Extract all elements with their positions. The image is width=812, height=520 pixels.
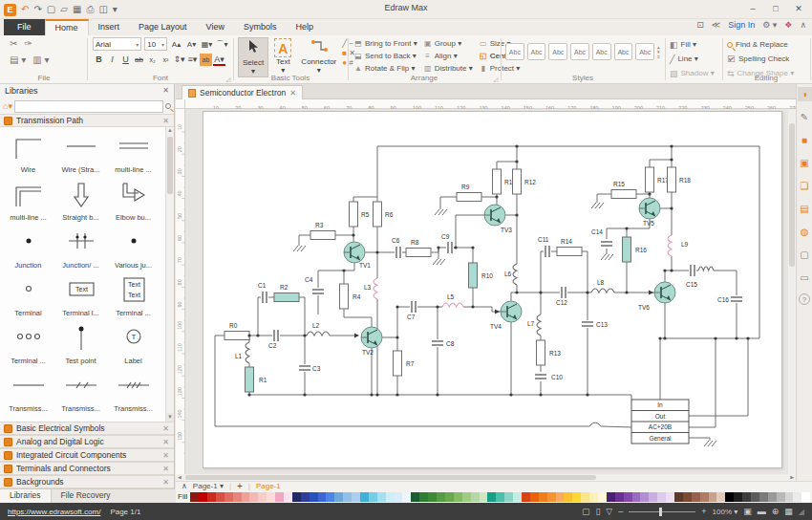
style-swatch[interactable]: Abc	[527, 43, 546, 60]
paste-special-icon[interactable]: ▥ ▾	[32, 54, 49, 66]
color-swatch[interactable]	[581, 492, 589, 502]
style-swatch[interactable]: Abc	[505, 43, 524, 60]
shape-wire-stra[interactable]: Wire (Stra...	[54, 129, 107, 177]
color-swatch[interactable]	[496, 492, 504, 502]
shape-terminal-l[interactable]: TextTerminal l...	[54, 272, 107, 320]
library-section-integrated-circuit-components[interactable]: Integrated Circuit Components✕	[0, 448, 174, 462]
theme-icon[interactable]: ◑	[798, 87, 812, 101]
color-swatch[interactable]	[411, 492, 419, 502]
color-swatch[interactable]	[249, 492, 258, 502]
shape-label[interactable]: TLabel	[107, 320, 160, 368]
color-swatch[interactable]	[326, 492, 334, 502]
titlebar-right-icons[interactable]: ⊡≪Sign In⚙ ▾❖∧	[696, 20, 806, 30]
tab-help[interactable]: Help	[286, 19, 323, 35]
shape-terminal[interactable]: Terminal ...	[2, 320, 54, 368]
color-swatch[interactable]	[318, 492, 327, 502]
color-swatch[interactable]	[607, 492, 615, 502]
tab-symbols[interactable]: Symbols	[234, 19, 287, 35]
panel-tab-file-recovery[interactable]: File Recovery	[52, 489, 120, 503]
color-swatch[interactable]	[292, 492, 301, 502]
shape-transmiss[interactable]: Transmiss...	[107, 368, 160, 416]
font-color-icon[interactable]: A▾	[213, 54, 225, 66]
color-swatch[interactable]	[233, 492, 242, 502]
fill-button[interactable]: ◧Fill ▾	[670, 38, 717, 51]
color-swatch[interactable]	[547, 492, 556, 502]
library-section-header[interactable]: Transmission Path ✕	[0, 114, 174, 127]
zoom-out-icon[interactable]: –	[618, 507, 623, 516]
bullets-icon[interactable]: ≡▾	[186, 54, 199, 66]
drawing-area[interactable]: TV1TV2TV3TV4TV5TV6R5R6R11R12R17R18R4R7R1…	[185, 109, 796, 474]
color-swatch[interactable]	[360, 492, 369, 502]
rotate-flip-button[interactable]: ▲Rotate & Flip ▾	[353, 62, 417, 74]
close-section-icon[interactable]: ✕	[162, 465, 169, 473]
color-swatch[interactable]	[301, 492, 310, 502]
shape-transmiss[interactable]: Transmiss...	[54, 368, 107, 416]
color-swatch[interactable]	[369, 492, 377, 502]
shadow-button[interactable]: ▧Shadow ▾	[670, 67, 717, 79]
zoom-level[interactable]: 100% ▾	[713, 508, 738, 516]
color-swatch[interactable]	[454, 492, 462, 502]
note-icon[interactable]: ▤	[798, 202, 812, 216]
color-swatch[interactable]	[674, 492, 683, 502]
color-swatch[interactable]	[242, 492, 250, 502]
color-swatch[interactable]	[564, 492, 572, 502]
shrink-font-icon[interactable]: A▾	[185, 38, 198, 51]
zoom-slider[interactable]	[629, 511, 695, 512]
font-family-select[interactable]: Arial▾	[93, 37, 141, 51]
format-icon[interactable]: ✎	[798, 110, 812, 124]
pointer-mode-icon[interactable]: ▢	[582, 507, 590, 516]
color-swatch[interactable]	[615, 492, 624, 502]
color-swatch[interactable]	[734, 492, 742, 502]
color-swatch[interactable]	[700, 492, 709, 502]
home-library-icon[interactable]: ⌂▾	[3, 101, 12, 111]
color-swatch[interactable]	[683, 492, 692, 502]
align-button[interactable]: ≡Align ▾	[423, 50, 473, 61]
highlight-icon[interactable]: ab	[200, 54, 212, 66]
shape-straight-b[interactable]: Straight b...	[54, 177, 107, 225]
color-swatch[interactable]	[589, 492, 598, 502]
tab-view[interactable]: View	[197, 19, 234, 35]
select-tool[interactable]: Select ▾	[238, 37, 268, 77]
fit-width-icon[interactable]: ▬	[758, 507, 766, 516]
magnifier-icon[interactable]: ⊕	[772, 507, 780, 516]
color-swatch[interactable]	[352, 492, 360, 502]
color-swatch[interactable]	[657, 492, 666, 502]
close-section-icon[interactable]: ✕	[162, 117, 169, 125]
tab-page-layout[interactable]: Page Layout	[129, 19, 197, 35]
shape-terminal[interactable]: TextTextTerminal ...	[107, 272, 160, 320]
border-icon[interactable]: ▦▾	[201, 38, 213, 51]
arc-text-icon[interactable]: ⌒▾	[216, 38, 228, 51]
color-swatch[interactable]	[751, 492, 759, 502]
subscript-icon[interactable]: x₂	[146, 54, 159, 66]
spelling-check-button[interactable]: 🗹Spelling Check	[727, 53, 805, 65]
color-swatch[interactable]	[224, 492, 233, 502]
color-swatch[interactable]	[530, 492, 539, 502]
close-section-icon[interactable]: ✕	[162, 478, 169, 487]
picture-icon[interactable]: ▣	[798, 156, 812, 170]
menu-tabs[interactable]: FileHomeInsertPage LayoutViewSymbolsHelp	[4, 19, 323, 35]
library-section-terminals-and-connectors[interactable]: Terminals and Connectors✕	[0, 462, 174, 475]
signin-link[interactable]: Sign In	[728, 20, 755, 30]
page[interactable]: TV1TV2TV3TV4TV5TV6R5R6R11R12R17R18R4R7R1…	[203, 111, 782, 468]
horizontal-scrollbar[interactable]: ◀ ▶	[176, 474, 796, 481]
shape-junction[interactable]: Junction	[2, 225, 54, 272]
group-button[interactable]: ▣Group ▾	[423, 37, 473, 49]
color-swatch[interactable]	[258, 492, 267, 502]
hyperlink-icon[interactable]: ◍	[798, 225, 812, 239]
resize-grip[interactable]: ◢	[799, 508, 804, 516]
grow-font-icon[interactable]: A▴	[170, 38, 182, 51]
color-swatch[interactable]	[556, 492, 565, 502]
color-swatch[interactable]	[624, 492, 632, 502]
shape-junction[interactable]: Junction/ ...	[54, 225, 107, 272]
color-swatch[interactable]	[199, 492, 207, 502]
color-swatch[interactable]	[632, 492, 641, 502]
color-swatch[interactable]	[487, 492, 496, 502]
panel-bottom-tabs[interactable]: LibrariesFile Recovery	[0, 488, 175, 503]
cut-icon[interactable]: ✂	[10, 38, 17, 50]
rect-tool-icon[interactable]: ■	[342, 49, 347, 57]
dialog-launcher-icon[interactable]: ◿	[225, 76, 230, 82]
ellipse-tool-icon[interactable]: ●	[342, 58, 347, 67]
color-swatch[interactable]	[395, 492, 403, 502]
style-swatch[interactable]: Abc	[592, 43, 611, 60]
color-swatch[interactable]	[284, 492, 292, 502]
